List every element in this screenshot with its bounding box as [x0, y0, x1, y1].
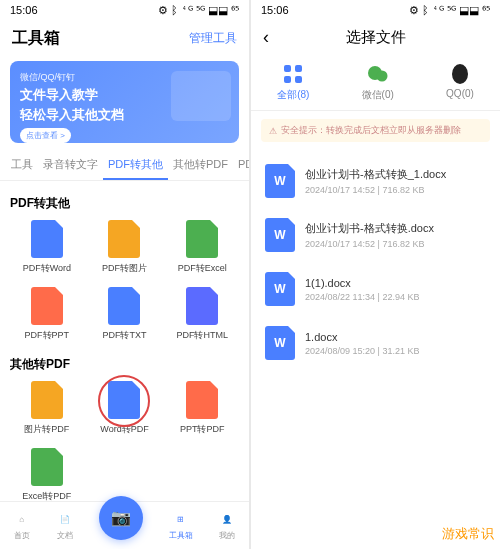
file-info: 2024/08/09 15:20 | 31.21 KB: [305, 346, 486, 356]
tool-item[interactable]: PDF转HTML: [165, 287, 239, 342]
header: ‹ 选择文件: [251, 20, 500, 55]
file-icon: [31, 448, 63, 486]
file-meta: 1(1).docx2024/08/22 11:34 | 22.94 KB: [305, 277, 486, 302]
nav-icon: 👤: [218, 511, 236, 529]
tab-4[interactable]: PDF处: [233, 151, 249, 180]
tool-label: PDF转TXT: [102, 329, 146, 342]
tool-item[interactable]: PPT转PDF: [165, 381, 239, 436]
tool-item[interactable]: 图片转PDF: [10, 381, 84, 436]
file-icon: [31, 287, 63, 325]
watermark: 游戏常识: [442, 525, 494, 543]
file-name: 创业计划书-格式转换.docx: [305, 221, 486, 236]
header: 工具箱 管理工具: [0, 20, 249, 57]
pdf-to-other-grid: PDF转WordPDF转图片PDF转ExcelPDF转PPTPDF转TXTPDF…: [10, 220, 239, 342]
source-tab-label: 全部(8): [277, 88, 309, 102]
svg-point-7: [455, 65, 465, 75]
docx-icon: W: [265, 218, 295, 252]
tool-item[interactable]: PDF转TXT: [88, 287, 162, 342]
tool-item[interactable]: PDF转PPT: [10, 287, 84, 342]
tool-label: PDF转图片: [102, 262, 147, 275]
tool-label: Word转PDF: [100, 423, 148, 436]
svg-rect-3: [295, 76, 302, 83]
camera-button[interactable]: 📷: [99, 496, 143, 540]
file-meta: 1.docx2024/08/09 15:20 | 31.21 KB: [305, 331, 486, 356]
file-list[interactable]: W创业计划书-格式转换_1.docx2024/10/17 14:52 | 716…: [251, 150, 500, 549]
section-title-2: 其他转PDF: [10, 356, 239, 373]
file-info: 2024/10/17 14:52 | 716.82 KB: [305, 239, 486, 249]
status-bar: 15:06 ⚙ ᛒ ⁴ᴳ ⁵ᴳ ⬓⬓ ⁶⁵: [0, 0, 249, 20]
section-title-1: PDF转其他: [10, 195, 239, 212]
nav-icon: 📄: [56, 511, 74, 529]
tool-item[interactable]: PDF转Excel: [165, 220, 239, 275]
source-tab[interactable]: 微信(0): [362, 63, 394, 102]
tool-label: PDF转HTML: [176, 329, 228, 342]
nav-label: 首页: [14, 530, 30, 541]
warning-icon: ⚠: [269, 126, 277, 136]
file-row[interactable]: W创业计划书-格式转换.docx2024/10/17 14:52 | 716.8…: [251, 208, 500, 262]
status-icons: ⚙ ᛒ ⁴ᴳ ⁵ᴳ ⬓⬓ ⁶⁵: [158, 4, 239, 17]
security-warning: ⚠ 安全提示：转换完成后文档立即从服务器删除: [261, 119, 490, 142]
tab-2[interactable]: PDF转其他: [103, 151, 168, 180]
file-info: 2024/10/17 14:52 | 716.82 KB: [305, 185, 486, 195]
file-meta: 创业计划书-格式转换.docx2024/10/17 14:52 | 716.82…: [305, 221, 486, 249]
status-bar: 15:06 ⚙ ᛒ ⁴ᴳ ⁵ᴳ ⬓⬓ ⁶⁵: [251, 0, 500, 20]
nav-label: 我的: [219, 530, 235, 541]
status-time: 15:06: [10, 4, 38, 16]
nav-item[interactable]: ⌂首页: [13, 511, 31, 541]
tool-label: Excel转PDF: [22, 490, 71, 501]
file-icon: [108, 220, 140, 258]
promo-banner[interactable]: 微信/QQ/钉钉 文件导入教学 轻松导入其他文档 点击查看 >: [10, 61, 239, 143]
content-scroll[interactable]: PDF转其他 PDF转WordPDF转图片PDF转ExcelPDF转PPTPDF…: [0, 181, 249, 501]
file-row[interactable]: W1.docx2024/08/09 15:20 | 31.21 KB: [251, 316, 500, 370]
file-row[interactable]: W创业计划书-格式转换_1.docx2024/10/17 14:52 | 716…: [251, 154, 500, 208]
docx-icon: W: [265, 326, 295, 360]
file-name: 创业计划书-格式转换_1.docx: [305, 167, 486, 182]
file-icon: [186, 381, 218, 419]
docx-icon: W: [265, 164, 295, 198]
tool-label: PDF转Word: [23, 262, 71, 275]
tool-tabs: 工具录音转文字PDF转其他其他转PDFPDF处: [0, 151, 249, 181]
page-title: 选择文件: [346, 28, 406, 47]
source-tab[interactable]: QQ(0): [446, 63, 474, 102]
nav-item[interactable]: 📄文档: [56, 511, 74, 541]
file-name: 1.docx: [305, 331, 486, 343]
nav-item[interactable]: 👤我的: [218, 511, 236, 541]
banner-cta[interactable]: 点击查看 >: [20, 128, 71, 143]
file-icon: [31, 220, 63, 258]
tool-label: PDF转Excel: [178, 262, 227, 275]
grid-icon: [282, 63, 304, 85]
warning-text: 安全提示：转换完成后文档立即从服务器删除: [281, 124, 461, 137]
tool-item[interactable]: Word转PDF: [88, 381, 162, 436]
file-info: 2024/08/22 11:34 | 22.94 KB: [305, 292, 486, 302]
qq-icon: [449, 63, 471, 85]
tool-label: PDF转PPT: [25, 329, 70, 342]
banner-illustration: [171, 71, 231, 121]
tool-label: PPT转PDF: [180, 423, 225, 436]
file-meta: 创业计划书-格式转换_1.docx2024/10/17 14:52 | 716.…: [305, 167, 486, 195]
wechat-icon: [367, 63, 389, 85]
nav-item[interactable]: ⊞工具箱: [169, 511, 193, 541]
tab-0[interactable]: 工具: [6, 151, 38, 180]
source-tab-label: QQ(0): [446, 88, 474, 99]
docx-icon: W: [265, 272, 295, 306]
file-row[interactable]: W1(1).docx2024/08/22 11:34 | 22.94 KB: [251, 262, 500, 316]
svg-point-5: [376, 71, 387, 82]
nav-label: 文档: [57, 530, 73, 541]
file-name: 1(1).docx: [305, 277, 486, 289]
nav-icon: ⌂: [13, 511, 31, 529]
tool-item[interactable]: PDF转Word: [10, 220, 84, 275]
source-tab[interactable]: 全部(8): [277, 63, 309, 102]
manage-tools-link[interactable]: 管理工具: [189, 30, 237, 47]
file-icon: [108, 287, 140, 325]
tool-item[interactable]: PDF转图片: [88, 220, 162, 275]
nav-icon: ⊞: [172, 511, 190, 529]
other-to-pdf-grid: 图片转PDFWord转PDFPPT转PDFExcel转PDF: [10, 381, 239, 501]
back-icon[interactable]: ‹: [263, 27, 269, 48]
status-icons: ⚙ ᛒ ⁴ᴳ ⁵ᴳ ⬓⬓ ⁶⁵: [409, 4, 490, 17]
status-time: 15:06: [261, 4, 289, 16]
tool-item[interactable]: Excel转PDF: [10, 448, 84, 501]
source-tabs: 全部(8)微信(0)QQ(0): [251, 55, 500, 111]
tab-3[interactable]: 其他转PDF: [168, 151, 233, 180]
page-title: 工具箱: [12, 28, 189, 49]
tab-1[interactable]: 录音转文字: [38, 151, 103, 180]
